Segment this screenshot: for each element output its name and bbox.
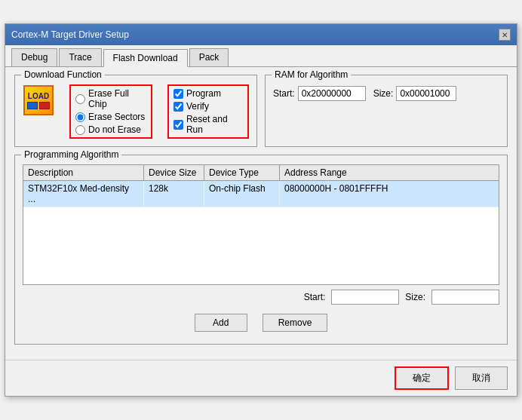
ram-algorithm-label: RAM for Algorithm: [272, 69, 351, 80]
remove-button[interactable]: Remove: [263, 314, 328, 332]
download-function-group: Download Function LOAD: [14, 75, 257, 147]
cancel-button[interactable]: 取消: [455, 366, 508, 390]
program-label: Program: [186, 88, 221, 99]
erase-radio-group: Erase Full Chip Erase Sectors Do not Era…: [69, 84, 152, 139]
window-title: Cortex-M Target Driver Setup: [11, 29, 129, 40]
add-button[interactable]: Add: [195, 314, 247, 332]
col-address-range: Address Range: [280, 165, 499, 180]
start-size-row: Start: Size:: [23, 285, 499, 309]
erase-full-chip-radio[interactable]: [75, 94, 85, 104]
algo-size-label: Size:: [405, 292, 425, 302]
col-device-size: Device Size: [144, 165, 204, 180]
main-window: Cortex-M Target Driver Setup ✕ Debug Tra…: [5, 23, 517, 397]
radio-erase-sectors: Erase Sectors: [75, 112, 146, 122]
tab-debug[interactable]: Debug: [11, 48, 57, 66]
add-remove-row: Add Remove: [23, 309, 499, 336]
row-device-type: On-chip Flash: [204, 181, 280, 207]
erase-full-chip-label: Erase Full Chip: [88, 88, 146, 109]
tab-flash-download[interactable]: Flash Download: [103, 49, 188, 67]
erase-sectors-label: Erase Sectors: [88, 112, 145, 122]
verify-label: Verify: [186, 101, 209, 112]
algo-start-label: Start:: [304, 292, 326, 302]
table-row[interactable]: STM32F10x Med-density ... 128k On-chip F…: [23, 181, 499, 207]
title-bar: Cortex-M Target Driver Setup ✕: [5, 24, 517, 45]
size-field: Size:: [373, 86, 457, 101]
size-input[interactable]: [396, 86, 456, 101]
download-function-content: LOAD Erase Full Chip: [23, 81, 249, 139]
radio-erase-full-chip: Erase Full Chip: [75, 88, 146, 109]
close-button[interactable]: ✕: [499, 29, 511, 41]
bottom-bar: 确定 取消: [5, 360, 517, 396]
col-device-type: Device Type: [204, 165, 280, 180]
algo-size-input[interactable]: [431, 290, 499, 305]
options-checkbox-group: Program Verify Reset and Run: [167, 84, 249, 139]
content-area: Download Function LOAD: [5, 67, 517, 360]
program-checkbox-item: Program: [173, 88, 243, 99]
verify-checkbox[interactable]: [173, 102, 183, 112]
title-bar-buttons: ✕: [499, 29, 511, 41]
algorithm-table: Description Device Size Device Type Addr…: [23, 164, 499, 285]
start-input[interactable]: [298, 86, 366, 101]
reset-run-label: Reset and Run: [186, 114, 243, 135]
ram-algorithm-group: RAM for Algorithm Start: Size:: [265, 75, 508, 147]
start-field: Start:: [273, 86, 366, 101]
program-checkbox[interactable]: [173, 89, 183, 99]
col-description: Description: [23, 165, 144, 180]
reset-run-checkbox-item: Reset and Run: [173, 114, 243, 135]
programming-algo-content: Description Device Size Device Type Addr…: [23, 161, 499, 336]
row-address-range: 08000000H - 0801FFFFH: [280, 181, 499, 207]
ram-section: Start: Size:: [273, 81, 499, 101]
start-label: Start:: [273, 88, 295, 99]
tab-bar: Debug Trace Flash Download Pack: [5, 45, 517, 67]
do-not-erase-radio[interactable]: [75, 125, 85, 135]
size-label: Size:: [373, 88, 394, 99]
top-sections: Download Function LOAD: [14, 75, 508, 155]
do-not-erase-label: Do not Erase: [88, 124, 141, 135]
erase-sectors-radio[interactable]: [75, 112, 85, 122]
tab-trace[interactable]: Trace: [59, 48, 101, 66]
radio-do-not-erase: Do not Erase: [75, 124, 146, 135]
programming-algorithm-group: Programming Algorithm Description Device…: [14, 155, 508, 345]
confirm-button[interactable]: 确定: [395, 366, 449, 390]
algo-start-input[interactable]: [331, 290, 399, 305]
reset-run-checkbox[interactable]: [173, 120, 183, 130]
verify-checkbox-item: Verify: [173, 101, 243, 112]
row-description: STM32F10x Med-density ...: [23, 181, 144, 207]
load-icon: LOAD: [23, 84, 54, 116]
row-device-size: 128k: [144, 181, 204, 207]
table-header: Description Device Size Device Type Addr…: [23, 165, 499, 181]
download-function-label: Download Function: [21, 69, 105, 80]
tab-pack[interactable]: Pack: [189, 48, 229, 66]
programming-algorithm-label: Programming Algorithm: [21, 149, 121, 160]
